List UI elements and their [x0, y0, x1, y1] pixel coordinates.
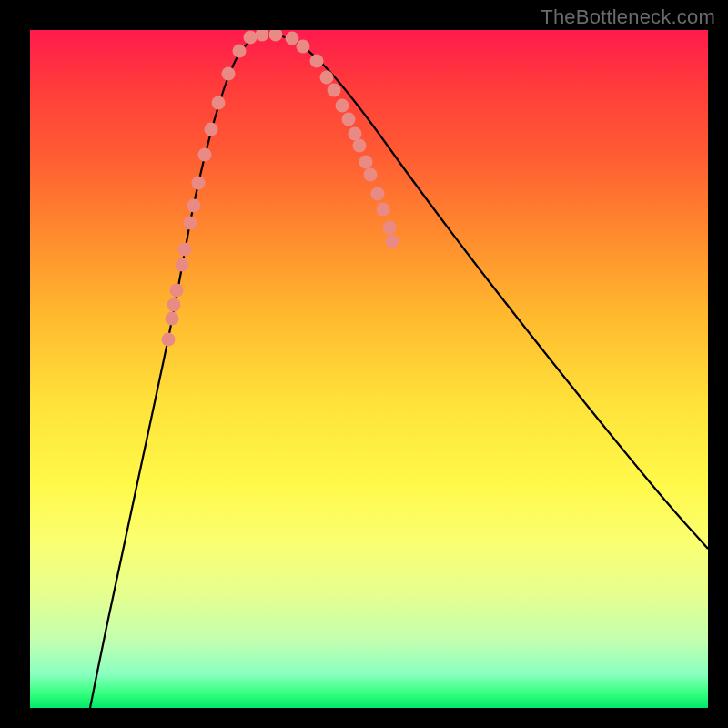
data-point [310, 55, 324, 68]
data-point [256, 30, 269, 42]
data-point [233, 45, 247, 58]
data-point [359, 156, 373, 169]
data-point [170, 284, 184, 298]
data-point [192, 177, 206, 190]
data-point [336, 99, 349, 113]
data-point [320, 71, 334, 85]
data-points-group [162, 30, 399, 347]
data-point [212, 96, 226, 110]
data-point [353, 139, 367, 153]
data-point [187, 199, 201, 213]
data-point [198, 148, 212, 162]
data-point [364, 168, 378, 182]
data-point [167, 298, 181, 312]
data-point [349, 127, 362, 141]
bottleneck-curve [90, 35, 708, 708]
data-point [205, 123, 218, 136]
data-point [328, 84, 341, 97]
data-point [371, 187, 385, 201]
chart-overlay [30, 30, 708, 708]
data-point [162, 333, 176, 347]
data-point [166, 312, 179, 326]
data-point [342, 113, 356, 126]
watermark-text: TheBottleneck.com [541, 5, 715, 29]
data-point [184, 217, 197, 230]
data-point [377, 203, 390, 217]
data-point [383, 221, 397, 235]
data-point [222, 67, 236, 81]
chart-frame: TheBottleneck.com [0, 0, 728, 728]
data-point [178, 243, 192, 257]
data-point [269, 30, 283, 42]
data-point [176, 258, 189, 272]
data-point [244, 31, 258, 45]
data-point [286, 32, 299, 46]
data-point [297, 40, 310, 54]
data-point [386, 235, 399, 248]
